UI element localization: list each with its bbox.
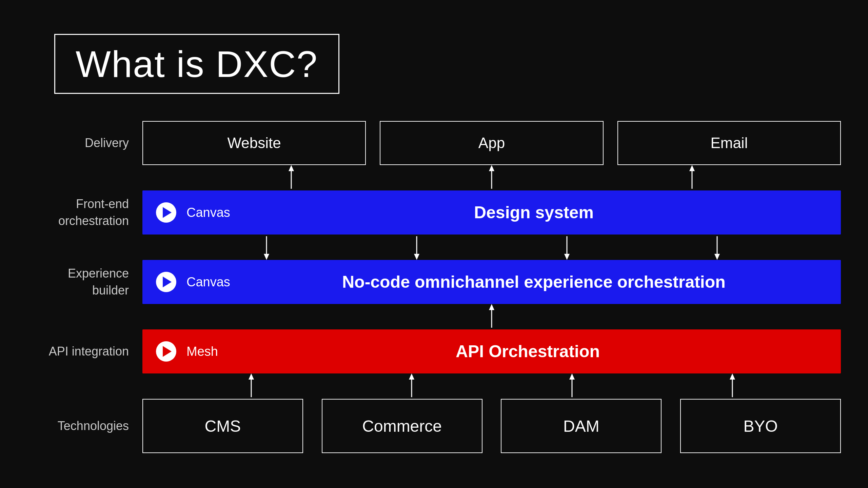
tech-cms-box: CMS xyxy=(142,399,303,453)
arrows-from-tech xyxy=(27,373,841,399)
experience-label: Experiencebuilder xyxy=(27,265,142,299)
svg-marker-3 xyxy=(489,165,494,171)
arrow-up-email xyxy=(685,165,699,190)
arrows-to-delivery xyxy=(27,165,841,190)
arrows-from-frontend xyxy=(27,235,841,260)
mesh-play-icon xyxy=(156,341,176,362)
mesh-bar: Mesh API Orchestration xyxy=(142,329,841,373)
diagram-rows: Delivery Website App Email xyxy=(27,121,841,453)
delivery-website-box: Website xyxy=(142,121,366,165)
arrow-down-2 xyxy=(410,235,423,260)
experience-canvas-bar: Canvas No-code omnichannel experience or… xyxy=(142,260,841,304)
arrows-to-mesh xyxy=(27,304,841,329)
svg-marker-1 xyxy=(289,165,294,171)
arrow-up-cms xyxy=(244,373,258,399)
svg-marker-17 xyxy=(249,373,254,380)
delivery-label: Delivery xyxy=(27,135,142,151)
tech-dam-box: DAM xyxy=(501,399,662,453)
svg-marker-5 xyxy=(689,165,695,171)
arrow-up-website xyxy=(284,165,298,190)
delivery-app-box: App xyxy=(380,121,603,165)
title-box: What is DXC? xyxy=(54,34,339,94)
canvas-play-icon-2 xyxy=(156,272,176,292)
arrow-up-to-mesh xyxy=(485,304,498,329)
svg-marker-15 xyxy=(489,304,494,310)
arrow-down-1 xyxy=(260,235,273,260)
tech-commerce-box: Commerce xyxy=(322,399,482,453)
technologies-label: Technologies xyxy=(27,418,142,434)
tech-boxes: CMS Commerce DAM BYO xyxy=(142,399,841,453)
svg-marker-11 xyxy=(564,254,570,260)
arrow-down-4 xyxy=(710,235,724,260)
diagram: Delivery Website App Email xyxy=(27,121,841,453)
arrow-up-dam xyxy=(565,373,579,399)
delivery-boxes: Website App Email xyxy=(142,121,841,165)
svg-marker-13 xyxy=(714,254,720,260)
frontend-label: Front-endorchestration xyxy=(27,196,142,230)
api-row: API integration Mesh API Orchestration xyxy=(27,329,841,373)
svg-marker-7 xyxy=(264,254,269,260)
api-label: API integration xyxy=(27,344,142,360)
page-title: What is DXC? xyxy=(76,43,318,85)
delivery-email-box: Email xyxy=(617,121,841,165)
svg-marker-9 xyxy=(414,254,419,260)
arrow-up-byo xyxy=(726,373,739,399)
svg-marker-19 xyxy=(409,373,414,380)
technologies-row: Technologies CMS Commerce DAM BYO xyxy=(27,399,841,453)
svg-marker-21 xyxy=(569,373,575,380)
experience-row: Experiencebuilder Canvas No-code omnicha… xyxy=(27,260,841,304)
slide: What is DXC? Delivery Website App xyxy=(0,0,868,488)
arrow-down-3 xyxy=(560,235,574,260)
svg-marker-23 xyxy=(730,373,735,380)
arrow-up-app xyxy=(485,165,498,190)
delivery-row: Delivery Website App Email xyxy=(27,121,841,165)
frontend-row: Front-endorchestration Canvas Design sys… xyxy=(27,190,841,235)
tech-byo-box: BYO xyxy=(680,399,841,453)
arrow-up-commerce xyxy=(405,373,418,399)
frontend-canvas-bar: Canvas Design system xyxy=(142,190,841,235)
canvas-play-icon-1 xyxy=(156,202,176,223)
